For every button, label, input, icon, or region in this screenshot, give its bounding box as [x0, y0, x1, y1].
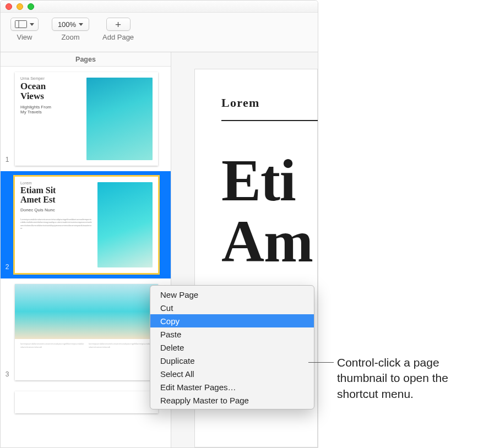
horizontal-rule: [221, 120, 318, 121]
thumbnail-card: [15, 391, 158, 413]
view-button[interactable]: [10, 18, 39, 31]
view-tool: View: [10, 18, 39, 41]
zoom-label: Zoom: [61, 33, 79, 41]
ctx-paste[interactable]: Paste: [150, 327, 314, 341]
page-thumbnail-3[interactable]: 3 loremipsumdolorsitametconsecteturadipi…: [1, 278, 171, 386]
zoom-value: 100%: [58, 20, 76, 29]
ctx-duplicate[interactable]: Duplicate: [150, 354, 314, 367]
thumb-title: Etiam Sit Amet Est: [20, 186, 92, 205]
ctx-new-page[interactable]: New Page: [150, 288, 314, 301]
callout-leader-line: [308, 362, 334, 363]
chevron-down-icon: [30, 23, 34, 26]
sidebar-layout-icon: [15, 20, 27, 28]
window-zoom-button[interactable]: [28, 3, 34, 10]
svg-rect-0: [15, 21, 27, 28]
add-page-button[interactable]: +: [106, 18, 131, 31]
zoom-tool: 100% Zoom: [52, 18, 89, 41]
page-thumbnail-2[interactable]: 2 Lorem Etiam Sit Amet Est Donec Quis Nu…: [1, 171, 171, 278]
ctx-delete[interactable]: Delete: [150, 341, 314, 354]
page-number: 1: [3, 156, 12, 163]
thumb-image-ocean: [86, 78, 153, 160]
context-menu: New Page Cut Copy Paste Delete Duplicate…: [150, 285, 314, 409]
page-thumbnail-1[interactable]: 1 Urna Semper Ocean Views Highlights Fro…: [1, 67, 171, 171]
page-number: 3: [3, 370, 12, 378]
placeholder-text: loremipsumdolorsitametconsecteturadipisc…: [89, 342, 153, 348]
callout-text: Control-click a page thumbnail to open t…: [337, 355, 488, 402]
thumb-image-ocean: [97, 182, 153, 267]
plus-icon: +: [115, 19, 121, 30]
thumb-image-beach: [15, 284, 158, 339]
ctx-select-all[interactable]: Select All: [150, 367, 314, 380]
thumb-subtitle: Donec Quis Nunc: [20, 207, 92, 212]
chevron-down-icon: [79, 23, 83, 26]
page-thumbnail-4[interactable]: [1, 386, 171, 419]
add-page-label: Add Page: [102, 33, 134, 41]
zoom-button[interactable]: 100%: [52, 18, 89, 31]
page-title: Eti Am: [221, 150, 317, 272]
thumb-subtitle: Highlights From My Travels: [20, 105, 81, 114]
thumbnail-card: Lorem Etiam Sit Amet Est Donec Quis Nunc…: [15, 177, 158, 273]
window-close-button[interactable]: [6, 3, 12, 10]
thumb-kicker: Lorem: [20, 181, 92, 185]
page-number: 2: [3, 263, 12, 271]
callout: Control-click a page thumbnail to open t…: [308, 355, 488, 402]
placeholder-text: loremipsumdolorsitametconsecteturadipisc…: [20, 342, 84, 348]
view-label: View: [17, 33, 32, 41]
thumb-title: Ocean Views: [20, 81, 81, 101]
ctx-copy[interactable]: Copy: [150, 314, 314, 327]
thumbnail-list: 1 Urna Semper Ocean Views Highlights Fro…: [1, 67, 171, 447]
window-minimize-button[interactable]: [17, 3, 23, 10]
sidebar-title: Pages: [1, 52, 171, 67]
placeholder-text: Loremipsumdolorsitametconsecteturadipisc…: [20, 218, 92, 230]
title-bar: [1, 1, 318, 13]
pages-sidebar: Pages 1 Urna Semper Ocean Views Highligh…: [1, 52, 171, 447]
thumbnail-card: Urna Semper Ocean Views Highlights From …: [15, 72, 158, 166]
ctx-cut[interactable]: Cut: [150, 301, 314, 314]
thumb-kicker: Urna Semper: [20, 77, 81, 80]
page-eyebrow: Lorem: [221, 96, 317, 110]
ctx-edit-master-pages[interactable]: Edit Master Pages…: [150, 380, 314, 394]
toolbar: View 100% Zoom + Add Page: [1, 13, 318, 52]
thumbnail-card: loremipsumdolorsitametconsecteturadipisc…: [15, 284, 158, 380]
add-page-tool: + Add Page: [102, 18, 134, 41]
ctx-reapply-master[interactable]: Reapply Master to Page: [150, 394, 314, 407]
